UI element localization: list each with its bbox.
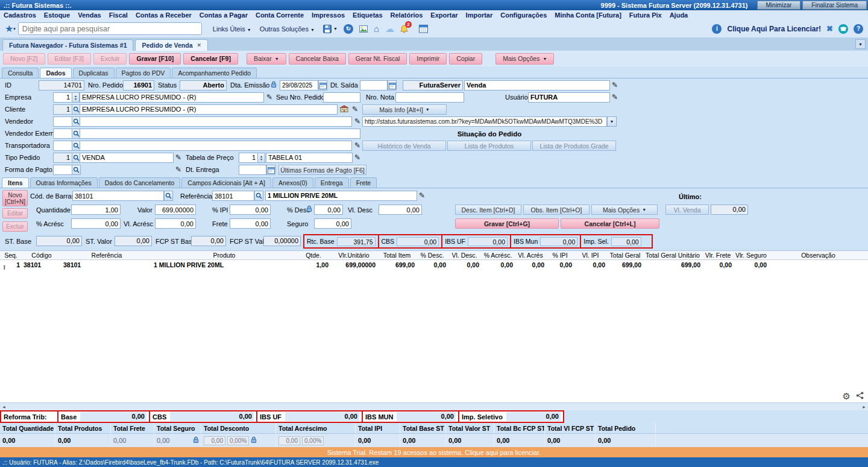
cancelar-button[interactable]: Cancelar [F9] [183,53,238,65]
tab-consulta[interactable]: Consulta [2,68,39,78]
cell-vlr-frete[interactable]: 0,00 [702,260,734,270]
forma-pagto-num-input[interactable] [53,165,72,175]
col-vl-desc[interactable]: Vl. Desc. [448,251,481,260]
image-icon[interactable] [359,25,368,33]
tab-duplicatas[interactable]: Duplicatas [73,68,115,78]
col-pct-desc[interactable]: % Desc. [417,251,448,260]
menu-conta-corrente[interactable]: Conta Corrente [256,11,304,19]
baixar-button[interactable]: Baixar▼ [247,53,286,65]
gravar-button[interactable]: Gravar [F10] [129,53,181,65]
cell-codigo[interactable]: 38101 [22,260,61,270]
home-icon[interactable]: ⌂ [374,24,379,34]
seguro-input[interactable] [314,218,351,229]
col-observacao[interactable]: Observação [769,251,868,260]
finalize-system-button[interactable]: Finalizar Sistema [802,1,867,10]
tabela-preco-num-field[interactable]: 1 [239,153,258,163]
edit-forma-pagto-pencil-icon[interactable]: ✎ [175,165,181,174]
lista-produtos-button[interactable]: Lista de Produtos [447,141,531,151]
scroll-right-arrow[interactable]: ► [860,403,868,410]
calendar-icon[interactable] [419,24,428,33]
imprimir-button[interactable]: Imprimir [409,53,447,65]
menu-ajuda[interactable]: Ajuda [670,11,688,19]
cancelar-baixa-button[interactable]: Cancelar Baixa [289,53,346,65]
dt-entrega-calendar-button[interactable] [266,165,275,175]
edit-produto-pencil-icon[interactable]: ✎ [419,191,425,200]
cell-total-geral[interactable]: 699,00 [607,260,643,270]
col-produto[interactable]: Produto [152,251,297,260]
help-icon[interactable]: ? [854,24,863,34]
gerar-nota-fiscal-button[interactable]: Gerar Nt. Fiscal [348,53,407,65]
col-vlr-frete[interactable]: Vlr. Frete [702,251,734,260]
menu-contas-pagar[interactable]: Contas a Pagar [200,11,248,19]
cloud-icon[interactable]: ☁ [385,24,394,34]
cell-qtde[interactable]: 1,00 [297,260,330,270]
novo-item-button[interactable]: Novo [Ctrl+N] [2,190,28,206]
col-total-geral[interactable]: Total Geral [607,251,643,260]
links-uteis-menu[interactable]: Links Úteis ▼ [213,25,251,33]
col-referencia[interactable]: Referência [61,251,152,260]
refresh-icon[interactable]: ↻ [344,24,353,34]
forma-pagto-lookup-button[interactable] [72,165,81,175]
phone-support-icon[interactable]: ☎ [838,24,848,34]
tab-pagtos-pdv[interactable]: Pagtos do PDV [116,68,171,78]
menu-estoque[interactable]: Estoque [44,11,70,19]
dt-entrega-input[interactable] [239,165,266,175]
historico-venda-button[interactable]: Histórico de Venda [362,141,446,151]
cell-pct-acresc[interactable]: 0,00 [481,260,515,270]
gear-icon[interactable]: ⚙ [843,392,851,401]
tab-acompanhamento[interactable]: Acompanhamento Pedido [172,68,257,78]
item-mais-opcoes-button[interactable]: Mais Opções▼ [591,205,658,215]
excluir-item-button[interactable]: Excluir [2,221,28,232]
menu-contas-receber[interactable]: Contas a Receber [136,11,192,19]
cancelar-item-button[interactable]: Cancelar [Ctrl+L] [561,218,659,229]
col-seq[interactable]: Seq. [0,251,22,260]
tab-itens[interactable]: Itens [2,177,29,188]
col-pct-acresc[interactable]: % Acrésc. [481,251,515,260]
outras-solucoes-menu[interactable]: Outras Soluções ▼ [260,25,315,33]
menu-exportar[interactable]: Exportar [430,11,458,19]
col-total-item[interactable]: Total Item [377,251,417,260]
lista-produtos-grade-button[interactable]: Lista de Produtos Grade [532,141,616,151]
cliente-building-icon[interactable] [340,105,348,113]
cell-vl-acres[interactable]: 0,00 [515,260,546,270]
close-tab-icon[interactable]: ✕ [197,42,202,48]
menu-relatorios[interactable]: Relatórios [391,11,423,19]
editar-item-button[interactable]: Editar [2,208,28,218]
menu-vendas[interactable]: Vendas [78,11,101,19]
edit-tipo-venda-pencil-icon[interactable]: ✎ [612,81,618,89]
valor-input[interactable] [155,205,196,215]
dt-saida-input[interactable] [360,80,388,91]
vendedor-externo-num-input[interactable] [53,129,72,139]
edit-cliente-pencil-icon[interactable]: ✎ [352,105,358,113]
col-total-geral-unitario[interactable]: Total Geral Unitário [643,251,702,260]
status-url-dropdown[interactable]: ▼ [607,116,617,127]
favorites-star-icon[interactable]: ★ [5,24,13,34]
nro-nota-input[interactable] [395,92,464,103]
desc-item-button[interactable]: Desc. Item [Ctrl+D] [455,205,521,215]
col-qtde[interactable]: Qtde. [297,251,330,260]
share-icon[interactable] [856,392,864,401]
seu-nro-pedido-input[interactable] [323,92,360,103]
search-input[interactable] [18,22,202,35]
frete-input[interactable] [230,218,271,229]
dta-emissao-input[interactable] [280,80,318,91]
referencia-input[interactable] [212,191,254,201]
tab-dados[interactable]: Dados [40,68,71,78]
status-url-input[interactable] [362,116,607,127]
cell-vlr-seguro[interactable]: 0,00 [734,260,769,270]
empresa-num-field[interactable]: 1 [53,92,72,103]
ultimas-formas-pagto-button[interactable]: Últimas Formas de Pagto [F6] [278,165,366,175]
mais-opcoes-button[interactable]: Mais Opções▼ [495,53,554,65]
tab-outras-informacoes[interactable]: Outras Informações [30,177,98,188]
cod-barras-input[interactable] [72,191,164,201]
ipi-pct-input[interactable] [230,205,271,215]
cell-observacao[interactable] [769,260,868,270]
save-caret-icon[interactable]: ▼ [333,27,338,31]
copiar-button[interactable]: Copiar [449,53,482,65]
trial-license-bar[interactable]: Sistema Trial. Restam 19 acessos ao sist… [0,447,868,457]
minimize-button[interactable]: Minimizar [757,1,801,10]
menu-importar[interactable]: Importar [466,11,493,19]
cell-referencia[interactable]: 38101 [61,260,152,270]
excluir-button[interactable]: Excluir [93,53,127,65]
menu-impressos[interactable]: Impressos [312,11,345,19]
